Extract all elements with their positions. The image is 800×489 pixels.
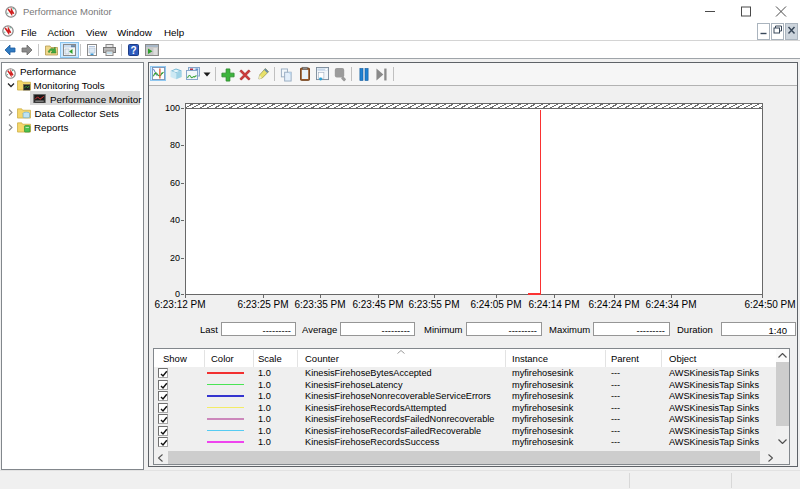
svg-text:?: ?	[130, 45, 136, 56]
